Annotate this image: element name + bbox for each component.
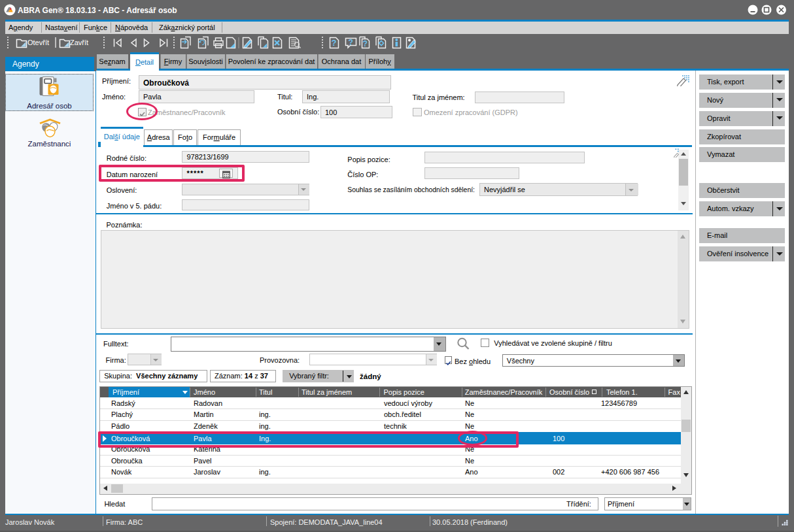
svg-text:?: ? (332, 38, 337, 48)
svg-text:?: ? (363, 39, 368, 48)
svg-text:?: ? (349, 38, 353, 47)
